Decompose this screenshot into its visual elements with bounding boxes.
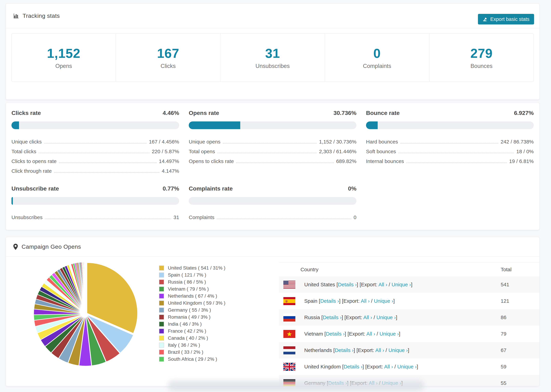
legend-label: Brazil ( 33 / 2% ) <box>168 350 203 355</box>
stat-value: 1,152 <box>47 46 80 61</box>
export-unique-link[interactable]: Unique › <box>389 347 408 353</box>
stat-label: Complaints <box>363 63 391 69</box>
rate-stat-value: 220 / 5.87% <box>152 149 179 154</box>
geo-opens-pie-chart[interactable] <box>29 258 142 371</box>
bar-chart-icon <box>13 13 19 19</box>
country-flag-icon <box>283 297 295 305</box>
country-name: Vietnam <box>304 331 323 336</box>
export-label: Export: <box>349 331 365 336</box>
stat-box: 167 Clicks <box>116 34 220 82</box>
bracket-text: ] [ <box>357 282 361 287</box>
rate-stat-value: 14.497% <box>159 158 179 164</box>
stat-label: Clicks <box>161 63 176 69</box>
map-pin-icon <box>13 244 18 250</box>
table-row: Spain [Details ›] [Export: All › / Uniqu… <box>279 293 540 309</box>
legend-label: United Kingdom ( 59 / 3% ) <box>168 300 225 306</box>
rate-stat-row: Unique opens 1,152 / 30.736% <box>189 136 356 145</box>
rate-stat-value: 4.147% <box>162 168 179 174</box>
legend-label: Russia ( 86 / 5% ) <box>168 279 206 285</box>
stat-value: 0 <box>373 46 381 61</box>
rate-value: 0.77% <box>163 185 179 192</box>
export-all-link[interactable]: All › <box>361 298 370 304</box>
export-label: Export: <box>346 315 362 320</box>
details-link[interactable]: Details › <box>338 282 357 287</box>
rate-stat-value: 1,152 / 30.736% <box>319 139 356 145</box>
export-basic-stats-button[interactable]: Export basic stats <box>478 14 534 24</box>
dotted-leader <box>39 153 149 153</box>
progress-bar <box>189 197 356 205</box>
export-all-link[interactable]: All › <box>375 347 384 353</box>
stat-value: 31 <box>265 46 280 61</box>
rate-rows: Unsubscribes 31 <box>11 211 179 221</box>
rates-card: Clicks rate 4.46% Unique clicks 167 / 4.… <box>6 103 540 230</box>
total-value: 86 <box>501 315 540 320</box>
rate-panel: Complaints rate 0% Complaints 0 <box>189 185 356 221</box>
spacer <box>383 364 384 369</box>
rate-stat-row: Click through rate 4.147% <box>11 165 179 175</box>
export-unique-link[interactable]: Unique › <box>391 282 411 287</box>
legend-swatch <box>159 294 164 299</box>
table-row: United States [Details ›] [Export: All ›… <box>279 276 540 293</box>
slash-text: / <box>370 298 374 304</box>
details-link[interactable]: Details › <box>323 315 342 320</box>
export-all-link[interactable]: All › <box>363 315 372 320</box>
export-unique-link[interactable]: Unique › <box>376 315 396 320</box>
export-label: Export: <box>358 347 374 353</box>
legend-item: United Kingdom ( 59 / 3% ) <box>159 300 225 307</box>
legend-swatch <box>159 343 164 348</box>
rate-title: Unsubscribe rate <box>11 185 59 192</box>
table-row: Vietnam [Details ›] [Export: All › / Uni… <box>279 326 540 342</box>
total-column-header: Total <box>501 267 540 273</box>
rate-stat-label: Hard bounces <box>366 139 398 145</box>
legend-item: Romania ( 49 / 3% ) <box>159 314 225 321</box>
rate-stat-row: Total clicks 220 / 5.87% <box>11 145 179 155</box>
legend-item: Russia ( 86 / 5% ) <box>159 279 225 286</box>
country-flag-icon <box>283 330 295 338</box>
legend-item: Brazil ( 33 / 2% ) <box>159 349 225 356</box>
bracket-text: [ <box>336 282 338 287</box>
export-all-link[interactable]: All › <box>384 364 393 369</box>
bracket-text: ] [ <box>339 298 343 304</box>
country-name: Russia <box>304 315 320 320</box>
stat-box: 31 Unsubscribes <box>221 34 325 82</box>
pie-slice-other[interactable] <box>85 262 86 313</box>
pie-legend: United States ( 541 / 31% ) Spain ( 121 … <box>159 264 225 363</box>
summary-stats-row: 1,152 Opens 167 Clicks 31 Unsubscribes 0… <box>11 33 534 82</box>
legend-label: Canada ( 40 / 2% ) <box>168 335 208 341</box>
details-link[interactable]: Details › <box>335 347 353 353</box>
rate-stat-row: Internal bounces 19 / 6.81% <box>366 155 534 165</box>
legend-item: Canada ( 40 / 2% ) <box>159 335 225 342</box>
total-value: 55 <box>501 380 540 386</box>
export-label: Export: <box>367 364 383 369</box>
export-all-link[interactable]: All › <box>379 282 387 287</box>
legend-label: Spain ( 121 / 7% ) <box>168 272 206 278</box>
export-unique-link[interactable]: Unique › <box>374 298 393 304</box>
bracket-text: ] <box>396 315 397 320</box>
rate-panel-head: Opens rate 30.736% <box>189 110 356 116</box>
stat-label: Unsubscribes <box>255 63 290 69</box>
stat-box: 1,152 Opens <box>12 34 116 82</box>
country-flag-icon <box>283 314 295 322</box>
export-unique-link[interactable]: Unique › <box>380 331 399 336</box>
progress-bar-fill <box>11 197 13 205</box>
legend-swatch <box>159 322 164 327</box>
legend-item: South Africa ( 29 / 2% ) <box>159 356 225 363</box>
details-link[interactable]: Details › <box>320 298 339 304</box>
progress-bar <box>11 197 179 205</box>
export-all-link[interactable]: All › <box>366 331 375 336</box>
rate-panel-head: Bounce rate 6.927% <box>366 110 534 116</box>
progress-bar <box>11 121 179 129</box>
rate-stat-label: Unsubscribes <box>11 215 42 220</box>
dotted-leader <box>217 153 317 153</box>
rate-rows: Hard bounces 242 / 86.738% Soft bounces … <box>366 136 534 165</box>
legend-label: Romania ( 49 / 3% ) <box>168 314 211 320</box>
export-unique-link[interactable]: Unique › <box>397 364 417 369</box>
bracket-text: ] <box>417 364 418 369</box>
details-link[interactable]: Details › <box>326 331 345 336</box>
dotted-leader <box>398 153 514 153</box>
country-cell: Russia [Details ›] [Export: All › / Uniq… <box>304 315 501 320</box>
slash-text: / <box>372 315 376 320</box>
rate-stat-row: Hard bounces 242 / 86.738% <box>366 136 534 145</box>
details-link[interactable]: Details › <box>344 364 362 369</box>
rate-stat-label: Unique clicks <box>11 139 42 145</box>
